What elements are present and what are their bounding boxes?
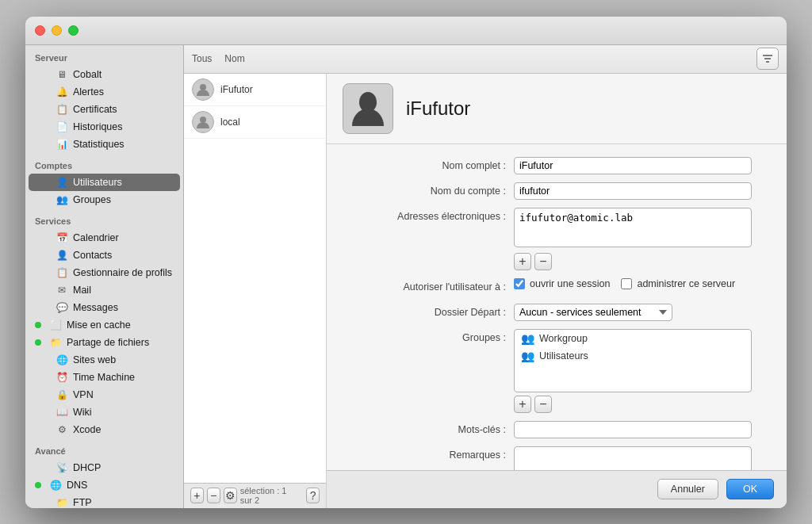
- maximize-button[interactable]: [68, 25, 79, 36]
- sidebar-item-label: Utilisateurs: [73, 177, 122, 188]
- sidebar-item-xcode[interactable]: ⚙ Xcode: [29, 421, 180, 438]
- sidebar-item-label: Sites web: [73, 354, 116, 365]
- sidebar-item-vpn[interactable]: 🔒 VPN: [29, 386, 180, 404]
- ouvrir-session-checkbox[interactable]: [514, 278, 525, 289]
- adresses-input[interactable]: ifufutor@atomic.lab: [514, 208, 752, 247]
- wiki-icon: 📖: [56, 406, 68, 419]
- sidebar-item-label: Time Machine: [73, 372, 135, 383]
- statistiques-icon: 📊: [56, 138, 68, 151]
- sidebar-item-mail[interactable]: ✉ Mail: [29, 281, 180, 299]
- sidebar-item-utilisateurs[interactable]: 👤 Utilisateurs: [29, 174, 180, 191]
- autoriser-label: Autoriser l'utilisateur à :: [339, 278, 514, 296]
- sidebar-item-label: Mail: [73, 285, 91, 296]
- ouvrir-session-label: ouvrir une session: [530, 278, 610, 289]
- autoriser-row: Autoriser l'utilisateur à : ouvrir une s…: [327, 278, 787, 296]
- list-item[interactable]: local: [184, 106, 326, 139]
- certificats-icon: 📋: [56, 103, 68, 116]
- sidebar-section-serveur: Serveur: [25, 45, 183, 66]
- user-name: local: [220, 117, 240, 128]
- sidebar-item-messages[interactable]: 💬 Messages: [29, 299, 180, 316]
- status-dot-green: [35, 339, 41, 346]
- sidebar-item-mise-en-cache[interactable]: ⬜ Mise en cache: [29, 316, 180, 334]
- dossier-depart-select[interactable]: Aucun - services seulement: [514, 304, 672, 321]
- remove-group-button[interactable]: −: [534, 396, 552, 413]
- sidebar-item-cobalt[interactable]: 🖥 Cobalt: [29, 66, 180, 83]
- dot-space: [44, 374, 51, 381]
- sidebar-item-calendrier[interactable]: 📅 Calendrier: [29, 229, 180, 247]
- add-address-button[interactable]: +: [514, 253, 531, 270]
- dot-space: [44, 357, 51, 363]
- sidebar-item-gestionnaire-profils[interactable]: 📋 Gestionnaire de profils: [29, 264, 180, 281]
- cobalt-icon: 🖥: [56, 68, 68, 81]
- groupes-label: Groupes :: [339, 329, 514, 346]
- sidebar-item-label: DHCP: [73, 462, 101, 473]
- remarques-input[interactable]: [514, 446, 752, 470]
- dot-space: [44, 287, 51, 293]
- remove-address-button[interactable]: −: [534, 253, 552, 270]
- dot-space: [44, 465, 51, 471]
- help-button[interactable]: ?: [306, 488, 320, 503]
- sidebar-item-statistiques[interactable]: 📊 Statistiques: [29, 136, 180, 153]
- user-list: iFufutor local: [184, 74, 326, 483]
- administrer-checkbox[interactable]: [621, 278, 632, 289]
- user-title: iFufutor: [406, 98, 470, 120]
- sidebar-item-historiques[interactable]: 📄 Historiques: [29, 118, 180, 136]
- nom-complet-input[interactable]: [514, 157, 752, 174]
- mise-en-cache-icon: ⬜: [49, 319, 62, 331]
- dot-space: [44, 179, 51, 186]
- ok-button[interactable]: OK: [726, 479, 774, 499]
- traffic-lights: [35, 25, 79, 36]
- filter-button[interactable]: [756, 48, 779, 70]
- dot-space: [44, 235, 51, 241]
- sidebar-item-sites-web[interactable]: 🌐 Sites web: [29, 351, 180, 369]
- list-item[interactable]: 👥 Utilisateurs: [515, 347, 751, 365]
- person-large-icon: [352, 91, 384, 126]
- sidebar-item-label: Historiques: [73, 121, 123, 132]
- sidebar-item-groupes[interactable]: 👥 Groupes: [29, 191, 180, 208]
- sidebar-section-services: Services: [25, 208, 183, 229]
- sidebar-item-dhcp[interactable]: 📡 DHCP: [29, 459, 180, 476]
- list-item[interactable]: iFufutor: [184, 74, 326, 106]
- dot-space: [44, 426, 51, 433]
- svg-point-1: [200, 117, 206, 123]
- user-avatar-large: [343, 83, 393, 134]
- sidebar-item-wiki[interactable]: 📖 Wiki: [29, 404, 180, 421]
- nom-complet-label: Nom complet :: [339, 157, 514, 174]
- sidebar-item-contacts[interactable]: 👤 Contacts: [29, 247, 180, 264]
- list-item[interactable]: 👥 Workgroup: [515, 330, 751, 347]
- mots-cles-input[interactable]: [514, 421, 752, 438]
- groupes-row: Groupes : 👥 Workgroup 👥 Utili: [327, 329, 787, 413]
- nom-compte-input[interactable]: [514, 182, 752, 200]
- status-dot-green: [35, 322, 41, 328]
- remove-user-button[interactable]: −: [207, 488, 220, 503]
- window-content: Serveur 🖥 Cobalt 🔔 Alertes 📋 Certificats…: [25, 45, 787, 508]
- sidebar: Serveur 🖥 Cobalt 🔔 Alertes 📋 Certificats…: [25, 45, 184, 508]
- dossier-depart-value: Aucun - services seulement: [514, 304, 774, 321]
- dot-space: [44, 89, 51, 95]
- mail-icon: ✉: [56, 284, 68, 296]
- sidebar-item-ftp[interactable]: 📁 FTP: [29, 494, 180, 508]
- contacts-icon: 👤: [56, 249, 68, 262]
- xcode-icon: ⚙: [56, 423, 68, 436]
- sidebar-item-certificats[interactable]: 📋 Certificats: [29, 101, 180, 118]
- checkbox-row: ouvrir une session administrer ce serveu…: [514, 278, 774, 289]
- main-content: iFufutor local: [184, 74, 787, 508]
- sidebar-section-comptes: Comptes: [25, 153, 183, 174]
- add-group-button[interactable]: +: [514, 396, 531, 413]
- settings-button[interactable]: ⚙: [224, 488, 237, 503]
- sidebar-item-dns[interactable]: 🌐 DNS: [29, 476, 180, 494]
- filter-icon: [763, 54, 772, 63]
- minimize-button[interactable]: [52, 25, 62, 36]
- cancel-button[interactable]: Annuler: [657, 479, 718, 499]
- mots-cles-value: [514, 421, 774, 438]
- close-button[interactable]: [35, 25, 45, 36]
- sidebar-item-label: FTP: [73, 497, 92, 508]
- person-icon: [196, 115, 210, 129]
- sidebar-item-partage-fichiers[interactable]: 📁 Partage de fichiers: [29, 334, 180, 351]
- sidebar-item-alertes[interactable]: 🔔 Alertes: [29, 83, 180, 101]
- avatar: [192, 111, 214, 133]
- sidebar-item-label: Groupes: [73, 194, 111, 205]
- mots-cles-label: Mots-clés :: [339, 421, 514, 438]
- sidebar-item-time-machine[interactable]: ⏰ Time Machine: [29, 369, 180, 386]
- add-user-button[interactable]: +: [190, 488, 204, 503]
